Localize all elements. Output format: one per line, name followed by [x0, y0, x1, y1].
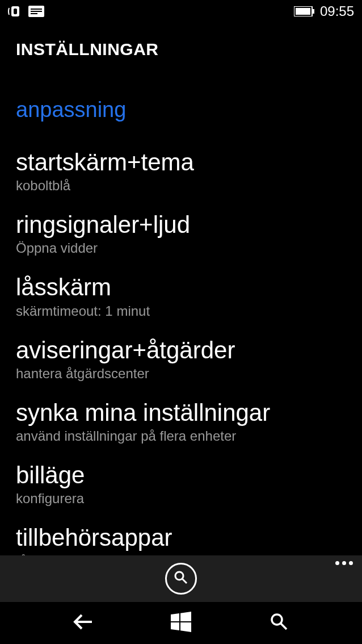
battery-icon [294, 6, 314, 16]
svg-point-16 [272, 614, 282, 625]
back-arrow-icon [71, 614, 94, 632]
item-sub: använd inställningar på flera enheter [16, 428, 346, 444]
message-icon [28, 6, 44, 17]
svg-line-10 [182, 579, 187, 583]
item-sub: konfigurera [16, 491, 346, 507]
item-ringtones-sounds[interactable]: ringsignaler+ljud Öppna vidder [16, 212, 346, 256]
svg-rect-1 [14, 9, 17, 14]
item-notifications-actions[interactable]: aviseringar+åtgärder hantera åtgärdscent… [16, 337, 346, 382]
svg-marker-12 [171, 613, 179, 621]
dot-icon [342, 561, 346, 565]
item-title: synka mina inställningar [16, 400, 346, 426]
app-bar-search-button[interactable] [165, 563, 197, 595]
app-bar-more-button[interactable] [335, 561, 353, 565]
item-sub: hantera åtgärdscenter [16, 366, 346, 382]
item-title: startskärm+tema [16, 149, 346, 175]
status-right: 09:55 [294, 3, 354, 19]
nav-search-button[interactable] [262, 606, 296, 640]
page-header: INSTÄLLNINGAR [0, 23, 362, 59]
windows-icon [171, 612, 191, 634]
item-sub: Öppna vidder [16, 240, 346, 256]
status-bar: 09:55 [0, 0, 362, 23]
item-title: ringsignaler+ljud [16, 212, 346, 238]
section-label: anpassning [0, 59, 362, 122]
item-sync-settings[interactable]: synka mina inställningar använd inställn… [16, 400, 346, 444]
status-left [8, 5, 44, 18]
item-sub: skärmtimeout: 1 minut [16, 303, 346, 319]
search-icon [173, 570, 189, 588]
svg-marker-14 [171, 622, 179, 630]
item-title: billäge [16, 462, 346, 488]
item-start-theme[interactable]: startskärm+tema koboltblå [16, 149, 346, 194]
vibrate-icon [8, 5, 23, 18]
dot-icon [349, 561, 353, 565]
clock-time: 09:55 [320, 3, 354, 19]
svg-rect-7 [296, 8, 310, 15]
page-title: INSTÄLLNINGAR [16, 40, 346, 59]
item-title: aviseringar+åtgärder [16, 337, 346, 363]
svg-point-9 [175, 572, 183, 580]
nav-back-button[interactable] [66, 606, 100, 640]
svg-marker-15 [180, 622, 191, 632]
item-title: låsskärm [16, 274, 346, 300]
dot-icon [335, 561, 339, 565]
item-sub: koboltblå [16, 178, 346, 194]
svg-marker-13 [180, 612, 191, 621]
item-lockscreen[interactable]: låsskärm skärmtimeout: 1 minut [16, 274, 346, 319]
nav-home-button[interactable] [164, 606, 198, 640]
svg-rect-8 [313, 9, 314, 14]
settings-list: startskärm+tema koboltblå ringsignaler+l… [0, 122, 362, 569]
item-title: tillbehörsappar [16, 525, 346, 551]
nav-bar [0, 602, 362, 644]
search-icon [270, 612, 289, 634]
app-bar [0, 555, 362, 602]
item-car-mode[interactable]: billäge konfigurera [16, 462, 346, 507]
svg-line-17 [281, 624, 287, 629]
